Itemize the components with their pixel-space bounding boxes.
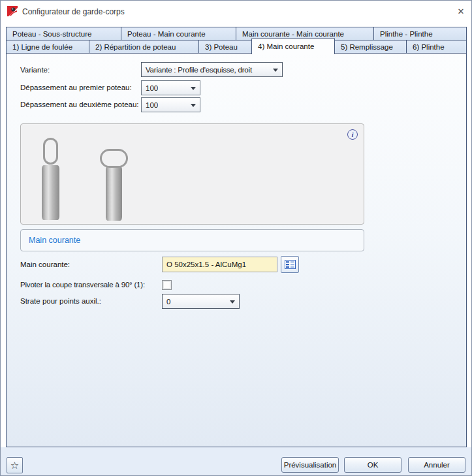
variante-value: Variante : Profile d'esquisse, droit: [146, 66, 252, 74]
favorite-button[interactable]: ☆: [7, 457, 23, 473]
preview-profile-upright: [43, 138, 58, 165]
tab-2-repartition-de-poteau[interactable]: 2) Répartition de poteau: [89, 40, 199, 54]
close-icon[interactable]: ✕: [454, 5, 467, 18]
depassement-deuxieme-dropdown[interactable]: 100: [141, 97, 200, 112]
preview-caption: Main courante: [29, 236, 80, 245]
cancel-button[interactable]: Annuler: [408, 457, 465, 473]
preview-post-right: [106, 166, 122, 221]
pivoter-checkbox[interactable]: [162, 280, 172, 290]
tab-label: Poteau - Main courante: [127, 30, 206, 38]
main-courante-profile-value: O 50x25x1.5 - AlCuMg1: [166, 261, 246, 268]
depassement-premier-label: Dépassement au premier poteau:: [20, 84, 132, 91]
tab-label: Plinthe - Plinthe: [380, 30, 433, 38]
preview-button[interactable]: Prévisualisation: [281, 457, 339, 473]
star-icon: ☆: [10, 460, 19, 471]
profile-preview-panel: i: [20, 123, 364, 225]
tab-label: 5) Remplissage: [341, 43, 393, 51]
pivoter-label: Pivoter la coupe transversale à 90° (1):: [20, 281, 145, 289]
chevron-down-icon: [230, 300, 235, 304]
main-courante-profile-field[interactable]: O 50x25x1.5 - AlCuMg1: [162, 257, 277, 272]
tab-label: 6) Plinthe: [413, 43, 445, 51]
tab-1-ligne-de-foulee[interactable]: 1) Ligne de foulée: [6, 40, 89, 54]
tab-poteau-sous-structure[interactable]: Poteau - Sous-structure: [6, 27, 121, 40]
chevron-down-icon: [273, 69, 278, 72]
tab-label: Main courante - Main courante: [242, 30, 344, 38]
catalog-table-icon: [285, 260, 296, 269]
depassement-premier-dropdown[interactable]: 100: [141, 80, 200, 95]
chevron-down-icon: [191, 104, 196, 107]
tab-poteau-main-courante[interactable]: Poteau - Main courante: [121, 27, 236, 40]
strate-label: Strate pour points auxil.:: [20, 297, 101, 305]
tab-5-remplissage[interactable]: 5) Remplissage: [334, 40, 407, 54]
tab-label: 1) Ligne de foulée: [12, 43, 72, 51]
variante-dropdown[interactable]: Variante : Profile d'esquisse, droit: [141, 62, 283, 77]
tab-label: Poteau - Sous-structure: [12, 30, 91, 38]
cancel-button-label: Annuler: [424, 461, 450, 469]
window-title: Configurateur de garde-corps: [22, 7, 125, 16]
preview-caption-box: Main courante: [20, 229, 364, 251]
tab-3-poteau[interactable]: 3) Poteau: [198, 40, 252, 54]
preview-button-label: Prévisualisation: [284, 461, 337, 469]
depassement-premier-value: 100: [146, 84, 158, 92]
preview-post-left: [42, 165, 59, 220]
preview-profile-flat: [100, 149, 128, 168]
strate-dropdown[interactable]: 0: [162, 294, 240, 309]
railing-configurator-dialog: Configurateur de garde-corps ✕ Poteau - …: [0, 0, 472, 476]
tab-label: 2) Répartition de poteau: [95, 43, 176, 51]
app-logo-icon: [7, 6, 18, 16]
depassement-deuxieme-label: Dépassement au deuxième poteau:: [20, 101, 139, 108]
profile-catalog-button[interactable]: [281, 256, 299, 273]
chevron-down-icon: [191, 87, 196, 90]
ok-button[interactable]: OK: [344, 457, 401, 473]
strate-value: 0: [166, 298, 170, 306]
main-courante-label: Main courante:: [20, 261, 70, 268]
tab-plinthe-plinthe[interactable]: Plinthe - Plinthe: [373, 27, 467, 40]
tab-label: 3) Poteau: [205, 43, 238, 51]
depassement-deuxieme-value: 100: [146, 101, 158, 109]
tab-6-plinthe[interactable]: 6) Plinthe: [406, 40, 467, 54]
info-icon[interactable]: i: [347, 129, 358, 140]
variante-label: Variante:: [20, 66, 50, 74]
title-bar: Configurateur de garde-corps ✕: [1, 1, 471, 23]
tab-label: 4) Main courante: [258, 42, 314, 50]
ok-button-label: OK: [368, 461, 379, 469]
tab-4-main-courante-active[interactable]: 4) Main courante: [251, 38, 335, 54]
